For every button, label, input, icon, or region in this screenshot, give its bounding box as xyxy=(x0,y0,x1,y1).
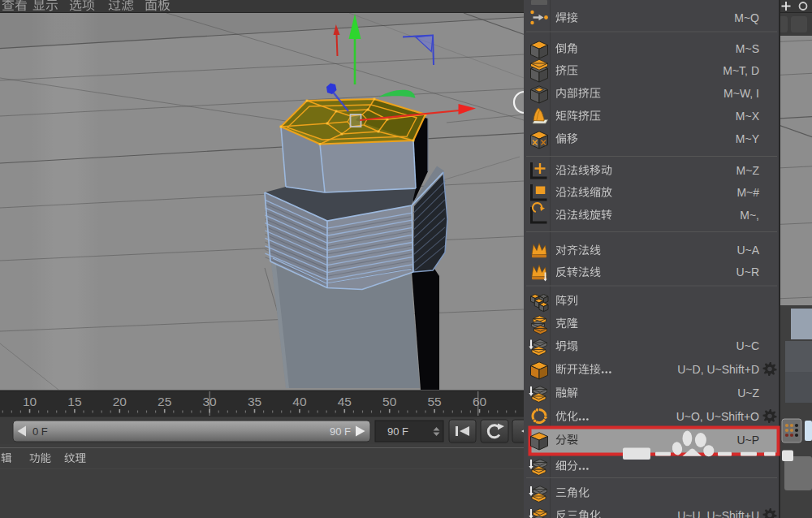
svg-text:0 F: 0 F xyxy=(32,425,48,438)
svg-text:M~W, I: M~W, I xyxy=(723,87,759,100)
svg-text:55: 55 xyxy=(427,395,441,408)
svg-text:50: 50 xyxy=(382,395,397,408)
svg-text:M~S: M~S xyxy=(736,42,759,55)
svg-text:U~C: U~C xyxy=(736,339,759,352)
svg-text:M~T, D: M~T, D xyxy=(723,64,759,77)
svg-text:U~U, U~Shift+U: U~U, U~Shift+U xyxy=(677,509,759,518)
svg-text:U~Z: U~Z xyxy=(737,386,759,399)
svg-text:M~,: M~, xyxy=(740,209,759,222)
svg-text:M~Q: M~Q xyxy=(734,11,759,24)
svg-text:90 F: 90 F xyxy=(387,425,408,438)
svg-text:15: 15 xyxy=(67,395,81,408)
svg-text:45: 45 xyxy=(338,395,352,408)
svg-text:U~R: U~R xyxy=(736,265,759,278)
svg-text:M~X: M~X xyxy=(736,110,760,123)
svg-text:U~D, U~Shift+D: U~D, U~Shift+D xyxy=(677,363,759,376)
svg-text:U~O, U~Shift+O: U~O, U~Shift+O xyxy=(676,410,759,423)
svg-text:U~P: U~P xyxy=(736,434,759,447)
svg-text:M~Y: M~Y xyxy=(736,132,760,145)
svg-text:10: 10 xyxy=(23,395,37,408)
svg-text:M~Z: M~Z xyxy=(736,164,760,177)
svg-text:M~#: M~# xyxy=(736,186,759,199)
svg-text:35: 35 xyxy=(248,395,261,408)
svg-text:90 F: 90 F xyxy=(330,425,351,438)
svg-text:25: 25 xyxy=(158,395,171,408)
svg-text:U~A: U~A xyxy=(736,244,759,257)
svg-text:60: 60 xyxy=(473,395,487,408)
svg-text:20: 20 xyxy=(113,395,127,408)
svg-text:30: 30 xyxy=(202,395,217,408)
svg-text:40: 40 xyxy=(292,395,307,408)
